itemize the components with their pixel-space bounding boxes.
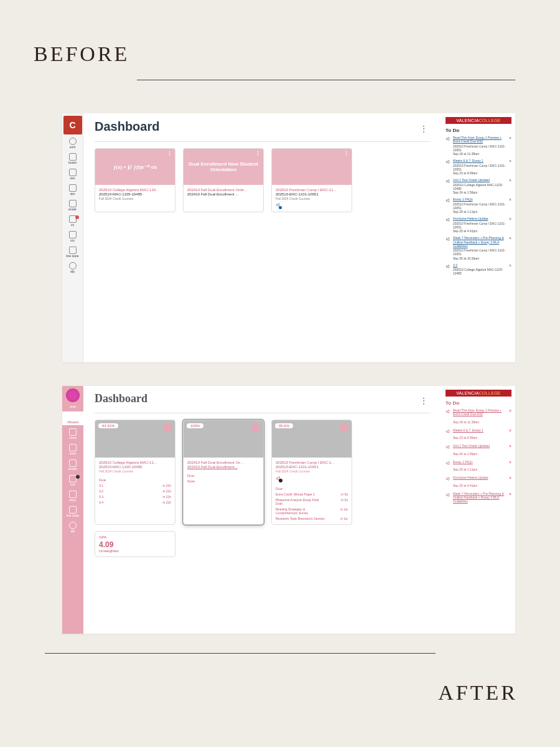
nav-logo[interactable]: C — [63, 116, 82, 134]
page-title: Dashboard — [95, 392, 147, 405]
due-item[interactable]: 3.4in 21h — [99, 500, 171, 504]
todo-title-link[interactable]: Week 7 Reminders + Pre-Planning & Outlin… — [453, 492, 506, 504]
announcement-icon — [446, 429, 450, 434]
todo-title-link[interactable]: Unit 1 Test Grade Updated — [453, 178, 506, 182]
divider-top — [137, 80, 515, 80]
course-title-link[interactable]: 202510 Freshman Comp I ENC-1... — [276, 461, 348, 464]
dismiss-icon[interactable]: × — [509, 476, 511, 481]
course-card[interactable]: Dual Enrollment New Student Orientation⋮… — [183, 148, 264, 212]
course-title-link[interactable]: 202510 College Algebra MAC-110... — [99, 188, 171, 192]
due-item[interactable]: Reading Strategies & Comprehension Surve… — [276, 507, 348, 515]
due-item[interactable]: 3.2in 21h — [99, 489, 171, 493]
todo-item: ×Week 7 Reminders + Pre-Planning & Outli… — [446, 236, 511, 263]
dismiss-icon[interactable]: × — [509, 136, 511, 141]
nav-calendar[interactable]: lendar — [62, 458, 83, 472]
course-card[interactable]: 94.31%202510 College Algebra MAC-11...20… — [95, 420, 175, 525]
todo-title-link[interactable]: Hurricane Helene Update — [453, 217, 506, 220]
course-title-link[interactable]: 202410 Fall Dual Enrollment Onlin... — [187, 188, 259, 192]
todo-time: Sep 18 at 11:39am — [453, 420, 506, 424]
nav-help[interactable]: elp — [62, 520, 83, 534]
due-item[interactable]: Rhetorical Analysis Essay Final Draftin … — [276, 498, 348, 505]
color-indicator[interactable] — [340, 423, 348, 432]
course-title-link[interactable]: 202510 College Algebra MAC-11... — [99, 461, 171, 464]
dismiss-icon[interactable]: × — [509, 444, 511, 449]
todo-title-link[interactable]: Weeks 6 & 7: Essay 1 — [453, 159, 506, 162]
dismiss-icon[interactable]: × — [509, 178, 511, 184]
due-item[interactable]: 3.1in 21h — [99, 484, 171, 487]
gpa-label: GPA — [99, 535, 171, 539]
nav-account[interactable]: ount — [62, 136, 83, 150]
card-options-icon[interactable]: ⋮ — [167, 151, 172, 157]
todo-time: Sep 25 at 4:41pm — [453, 229, 506, 233]
dismiss-icon[interactable]: × — [509, 428, 511, 434]
dashboard-options-button[interactable]: ⋮ — [417, 123, 431, 135]
course-code: 202410 Fall Dual Enrollment... — [187, 465, 259, 469]
announcement-icon — [446, 198, 450, 203]
todo-title-link[interactable]: Unit 1 Test Grade Updated — [453, 444, 506, 448]
nav-courses[interactable]: urses — [62, 427, 83, 441]
course-card[interactable]: 95.6%202510 Freshman Comp I ENC-1...2025… — [271, 420, 352, 525]
nav-inbox[interactable]: ox — [62, 214, 83, 228]
dismiss-icon[interactable]: × — [509, 492, 511, 497]
dismiss-icon[interactable]: × — [509, 217, 511, 222]
dismiss-icon[interactable]: × — [509, 460, 511, 466]
color-indicator[interactable] — [251, 423, 260, 432]
global-nav: ount shboard urses oups lendar box story… — [62, 386, 83, 634]
todo-title-link[interactable]: Read This Now: Essay 1 Preview + Extra C… — [453, 408, 506, 416]
nav-courses[interactable]: ses — [62, 167, 83, 181]
due-item[interactable]: 3.3in 21h — [99, 495, 171, 499]
color-indicator[interactable] — [163, 423, 172, 432]
todo-title-link[interactable]: Weeks 6 & 7: Essay 1 — [453, 428, 506, 432]
course-card[interactable]: ƒ(s) = ∫₀ᵗ ƒ(t)e⁻ˢᵗ ds⋮202510 College Al… — [95, 148, 175, 212]
todo-title-link[interactable]: Hurricane Helene Update — [453, 476, 506, 479]
college-brand: VALENCIACOLLEGE — [446, 390, 511, 397]
course-code: 202510-ENC-1101-10051 — [276, 192, 348, 196]
course-thumbnail: Dual Enrollment New Student Orientation⋮ — [184, 149, 263, 185]
todo-title-link[interactable]: Week 7 Reminders + Pre-Planning & Outlin… — [453, 236, 506, 248]
nav-history[interactable]: ory — [62, 230, 83, 243]
dismiss-icon[interactable]: × — [509, 236, 511, 242]
nav-store[interactable]: line store — [62, 505, 83, 519]
todo-title-link[interactable]: 3.2 — [453, 263, 506, 267]
main-content: Dashboard ⋮ 94.31%202510 College Algebra… — [83, 386, 442, 634]
nav-avatar[interactable] — [66, 388, 80, 402]
nav-dashboard[interactable]: board — [62, 152, 83, 166]
todo-time: Sep 30 at 10:26am — [453, 256, 506, 260]
due-item[interactable]: None — [187, 479, 259, 483]
course-card[interactable]: ⋮202510 Freshman Comp I ENC-11...202510-… — [271, 148, 352, 212]
nav-help[interactable]: elp — [62, 261, 83, 275]
nav-groups[interactable]: ups — [62, 183, 83, 197]
nav-groups[interactable]: oups — [62, 443, 83, 456]
dismiss-icon[interactable]: × — [509, 197, 511, 203]
dismiss-icon[interactable]: × — [509, 159, 511, 164]
course-card[interactable]: 100%202410 Fall Dual Enrollment On ...20… — [183, 420, 264, 525]
due-item[interactable]: Extra Credit: Minute Paper 1in 5d — [276, 492, 348, 496]
dismiss-icon[interactable]: × — [509, 408, 511, 414]
nav-calendar[interactable]: endar — [62, 199, 83, 212]
todo-item: ×3.2202510 College Algebra MAC-1105-1048… — [446, 263, 511, 279]
dashboard-options-button[interactable]: ⋮ — [417, 395, 431, 407]
nav-inbox[interactable]: box — [62, 474, 83, 487]
course-title-link[interactable]: 202410 Fall Dual Enrollment On ... — [187, 461, 259, 464]
card-options-icon[interactable]: ⋮ — [343, 151, 349, 157]
nav-history[interactable]: story — [62, 489, 83, 503]
due-item[interactable]: Research Topic Brainstorm Sessionin 1w — [276, 517, 348, 520]
nav-dashboard[interactable]: shboard — [62, 411, 83, 425]
gpa-card[interactable]: GPA 4.09 Unweighted — [95, 531, 175, 557]
nav-account[interactable]: ount — [62, 404, 83, 410]
thumb-text: ƒ(s) = ∫₀ᵗ ƒ(t)e⁻ˢᵗ ds — [113, 164, 157, 170]
card-options-icon[interactable]: ⋮ — [255, 151, 261, 157]
nav-store[interactable]: line store — [62, 245, 83, 259]
announcements-icon[interactable] — [276, 476, 281, 482]
course-title-link[interactable]: 202510 Freshman Comp I ENC-11... — [276, 188, 348, 192]
todo-item: ×Unit 1 Test Grade UpdatedSep 24 at 1:56… — [446, 444, 511, 460]
dismiss-icon[interactable]: × — [509, 263, 511, 269]
page-title: Dashboard — [95, 120, 159, 134]
todo-title-link[interactable]: Essay 1 FAQs — [453, 197, 506, 201]
todo-item: ×Essay 1 FAQsSep 25 at 1:11pm — [446, 460, 511, 476]
todo-title-link[interactable]: Essay 1 FAQs — [453, 460, 506, 464]
todo-title-link[interactable]: Read This Now: Essay 1 Preview + Extra C… — [453, 136, 506, 144]
gpa-value: 4.09 — [99, 540, 171, 549]
announcements-icon[interactable] — [276, 202, 281, 208]
grade-pill: 95.6% — [275, 423, 293, 428]
